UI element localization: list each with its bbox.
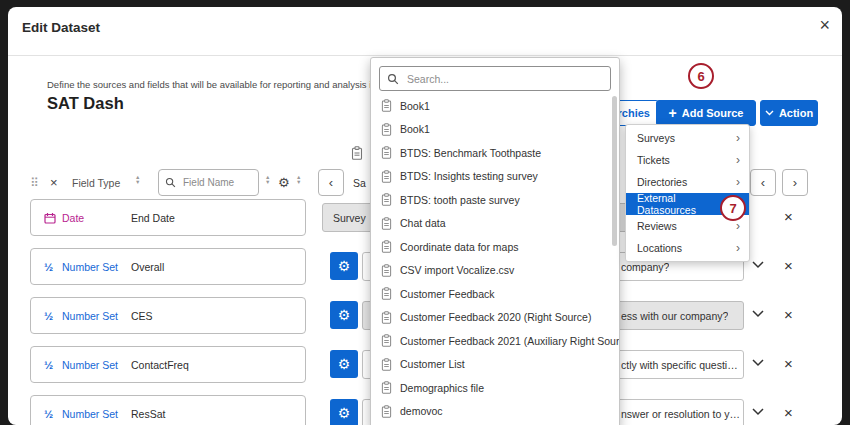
- field-name-label: ResSat: [131, 408, 165, 420]
- add-source-menu-item[interactable]: Surveys: [626, 127, 749, 149]
- remove-field-icon[interactable]: [784, 402, 793, 423]
- source-list-item[interactable]: Customer Feedback 2021 (Auxiliary Right …: [371, 329, 619, 353]
- add-source-button[interactable]: + Add Source: [656, 100, 756, 126]
- source-list-item-label: Customer Feedback: [400, 288, 495, 300]
- add-source-label: Add Source: [682, 107, 744, 119]
- field-settings-button[interactable]: [330, 252, 358, 280]
- scrollbar[interactable]: [612, 96, 617, 246]
- add-source-menu-item[interactable]: Locations: [626, 237, 749, 259]
- source-list-item[interactable]: CSV import Vocalize.csv: [371, 259, 619, 283]
- source-list-item-label: Customer Feedback 2020 (Right Source): [400, 311, 591, 323]
- gear-icon[interactable]: ⚙: [278, 169, 290, 196]
- remove-field-icon[interactable]: [784, 206, 793, 227]
- source-list-item-label: BTDS: Insights testing survey: [400, 170, 538, 182]
- chevron-down-icon: [765, 110, 774, 116]
- chevron-down-icon[interactable]: [752, 310, 764, 318]
- add-source-menu: Surveys Tickets Directories External Dat…: [625, 124, 750, 262]
- source-list-item[interactable]: Demographics file: [371, 376, 619, 400]
- close-icon[interactable]: ×: [819, 16, 830, 34]
- source-list-item-label: CSV import Vocalize.csv: [400, 264, 514, 276]
- drag-handle-icon[interactable]: ⠿: [30, 169, 39, 196]
- document-icon: [381, 99, 392, 112]
- source-list-item[interactable]: BTDS: tooth paste survey: [371, 188, 619, 212]
- document-icon: [381, 334, 392, 347]
- action-button[interactable]: Action: [760, 100, 818, 126]
- field-mapping-text: ess with our company?: [621, 310, 728, 322]
- source-list-item-label: Customer Feedback 2021 (Auxiliary Right …: [400, 335, 619, 347]
- source-list-item-label: Chat data: [400, 217, 446, 229]
- sort-icon[interactable]: [265, 175, 270, 184]
- fields-next-button[interactable]: ›: [782, 169, 808, 196]
- field-name-label: Overall: [131, 261, 164, 273]
- field-name-label: CES: [131, 310, 153, 322]
- source-list-item[interactable]: Customer List: [371, 353, 619, 377]
- source-list-item[interactable]: demovoc: [371, 400, 619, 424]
- number-set-icon: ½: [44, 310, 53, 322]
- source-list-item[interactable]: BTDS: Benchmark Toothpaste: [371, 141, 619, 165]
- fields-prev-button[interactable]: ‹: [750, 169, 776, 196]
- field-type-label: Number Set: [62, 261, 118, 273]
- survey-document-icon: [351, 146, 363, 160]
- number-set-icon: ½: [44, 261, 53, 273]
- field-settings-button[interactable]: [330, 301, 358, 329]
- field-name-search[interactable]: [158, 169, 259, 196]
- field-settings-button[interactable]: [330, 399, 358, 425]
- remove-field-icon[interactable]: [784, 304, 793, 325]
- document-icon: [381, 193, 392, 206]
- remove-field-icon[interactable]: [784, 255, 793, 276]
- sort-icon[interactable]: [135, 175, 140, 184]
- source-list-item[interactable]: Book1: [371, 118, 619, 142]
- prev-source-button[interactable]: ‹: [318, 169, 344, 196]
- add-source-menu-item[interactable]: Tickets: [626, 149, 749, 171]
- source-search-input[interactable]: [405, 72, 603, 86]
- source-list-item[interactable]: Book1: [371, 94, 619, 118]
- chevron-down-icon[interactable]: [752, 408, 764, 416]
- sort-icon[interactable]: [296, 175, 301, 184]
- field-name-input[interactable]: [181, 176, 253, 189]
- source-list-item[interactable]: BTDS: Insights testing survey: [371, 165, 619, 189]
- field-type-box[interactable]: ½ Number Set Overall: [30, 248, 306, 285]
- source-list-item[interactable]: Customer Feedback 2020 (Right Source): [371, 306, 619, 330]
- field-type-label: Date: [62, 212, 84, 224]
- document-icon: [381, 240, 392, 253]
- source-list-item-label: Customer List: [400, 358, 465, 370]
- field-type-box[interactable]: ½ Number Set CES: [30, 297, 306, 334]
- modal-description: Define the sources and fields that will …: [47, 79, 377, 90]
- field-name-label: ContactFreq: [131, 359, 189, 371]
- field-type-label: Number Set: [62, 359, 118, 371]
- field-type-box[interactable]: ½ Number Set ResSat: [30, 395, 306, 425]
- field-type-box[interactable]: ½ Number Set ContactFreq: [30, 346, 306, 383]
- document-icon: [381, 217, 392, 230]
- annotation-circle-7: 7: [720, 195, 746, 221]
- document-icon: [381, 123, 392, 136]
- modal-title: Edit Dataset: [22, 20, 100, 35]
- document-icon: [381, 405, 392, 418]
- source-list-item[interactable]: Customer Feedback: [371, 282, 619, 306]
- field-type-header: Field Type: [72, 169, 120, 196]
- remove-field-icon[interactable]: [784, 353, 793, 374]
- number-set-icon: ½: [44, 359, 53, 371]
- field-type-label: Number Set: [62, 310, 118, 322]
- source-list-item[interactable]: Coordinate data for maps: [371, 235, 619, 259]
- menu-item-label: Directories: [637, 176, 687, 188]
- source-list-item-label: Book1: [400, 123, 430, 135]
- field-type-box[interactable]: ½ Date End Date: [30, 199, 306, 236]
- search-icon: [165, 177, 176, 188]
- source-list-item-label: demovoc: [400, 405, 443, 417]
- document-icon: [381, 264, 392, 277]
- dataset-name: SAT Dash: [47, 94, 124, 113]
- field-settings-button[interactable]: [330, 350, 358, 378]
- chevron-down-icon[interactable]: [752, 261, 764, 269]
- menu-item-label: Surveys: [637, 132, 675, 144]
- add-source-menu-item[interactable]: Directories: [626, 171, 749, 193]
- header-divider: [8, 55, 842, 56]
- source-search-box[interactable]: [379, 66, 611, 91]
- chevron-down-icon[interactable]: [752, 359, 764, 367]
- action-label: Action: [779, 107, 813, 119]
- document-icon: [381, 170, 392, 183]
- remove-column-icon[interactable]: ×: [50, 169, 58, 196]
- source-list-item[interactable]: Chat data: [371, 212, 619, 236]
- document-icon: [381, 146, 392, 159]
- document-icon: [381, 358, 392, 371]
- search-icon: [387, 73, 399, 85]
